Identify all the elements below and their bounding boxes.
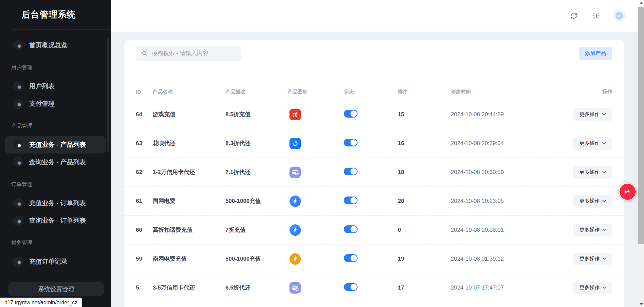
product-name: 3-5万信用卡代还	[153, 284, 225, 292]
table-row: 64 游戏充值 8.5折充值 15 2024-10-08 20:44:59 更多…	[124, 100, 624, 129]
created-time: 2024-10-08 20:08:01	[451, 227, 551, 233]
section-label-finance: 财务管理	[5, 239, 106, 246]
more-actions-label: 更多操作	[580, 256, 600, 262]
sort-value: 17	[398, 284, 451, 291]
row-id: 61	[136, 198, 153, 205]
status-toggle[interactable]	[344, 283, 358, 291]
sidebar-item-payments[interactable]: 支付管理	[5, 95, 106, 113]
credit-card-icon	[289, 167, 301, 178]
col-actions: 操作	[551, 89, 612, 95]
product-name: 高折扣话费充值	[153, 226, 225, 234]
row-id: 60	[136, 227, 153, 233]
status-toggle[interactable]	[344, 196, 358, 204]
scroll-down-arrow[interactable]	[638, 301, 644, 307]
status-toggle[interactable]	[344, 254, 358, 262]
col-status: 状态	[344, 89, 398, 95]
status-toggle[interactable]	[344, 139, 358, 146]
col-created: 创建时间	[451, 89, 551, 95]
sidebar-item-recharge-products[interactable]: 充值业务 - 产品列表	[5, 136, 106, 154]
product-name: 花呗代还	[153, 139, 225, 147]
col-desc: 产品描述	[225, 89, 287, 95]
sidebar-item-recharge-records[interactable]: 充值订单记录	[5, 253, 106, 270]
refresh-icon[interactable]	[569, 11, 579, 20]
table-row: 61 国网电费 500-1000充值 20 2024-10-08 20:23:0…	[124, 187, 624, 216]
product-desc: 6.5折代还	[225, 284, 287, 292]
theme-toggle-icon[interactable]	[591, 11, 601, 20]
more-actions-button[interactable]: 更多操作	[573, 224, 612, 236]
search-input[interactable]	[152, 50, 236, 57]
sort-value: 18	[398, 169, 451, 176]
created-time: 2024-10-08 01:39:12	[451, 256, 551, 262]
system-settings-button[interactable]: 系统设置管理	[8, 282, 104, 296]
disc-icon	[13, 216, 23, 226]
sort-value: 15	[398, 111, 451, 118]
sidebar-item-user-list[interactable]: 用户列表	[5, 78, 106, 95]
more-actions-button[interactable]: 更多操作	[573, 108, 612, 121]
credit-card-icon	[289, 282, 301, 294]
disc-icon	[13, 198, 23, 208]
section-label-orders: 订单管理	[5, 181, 106, 188]
check-icon: ✓	[615, 12, 623, 19]
more-actions-button[interactable]: 更多操作	[573, 195, 612, 208]
floating-logo-button[interactable]	[619, 183, 636, 201]
created-time: 2024-10-08 20:23:05	[451, 198, 551, 205]
add-product-button[interactable]: 添加产品	[579, 47, 612, 60]
more-actions-label: 更多操作	[580, 140, 600, 146]
status-toggle[interactable]	[344, 110, 358, 118]
scrollbar-thumb[interactable]	[638, 7, 644, 244]
chevron-down-icon	[602, 171, 606, 173]
more-actions-button[interactable]: 更多操作	[573, 281, 612, 294]
created-time: 2024-10-08 20:44:59	[451, 111, 551, 118]
sidebar-scrollbar-thumb[interactable]	[107, 38, 109, 152]
sidebar-item-label: 用户列表	[29, 82, 55, 91]
sort-value: 20	[398, 198, 451, 205]
col-name: 产品名称	[153, 89, 225, 95]
status-toggle[interactable]	[344, 225, 358, 233]
sort-value: 19	[398, 256, 451, 262]
sidebar-item-label: 充值业务 - 产品列表	[29, 140, 86, 149]
huabei-icon	[289, 138, 301, 149]
created-time: 2024-10-08 20:39:04	[451, 140, 551, 147]
scroll-up-arrow[interactable]	[638, 0, 644, 6]
section-label-users: 用户管理	[5, 64, 106, 71]
sidebar-item-query-orders[interactable]: 查询业务 - 订单列表	[5, 212, 106, 229]
sort-value: 16	[398, 140, 451, 147]
statusbar-url: b17.tgymw.net/admin/order_cz	[0, 298, 82, 307]
sidebar-item-label: 查询业务 - 产品列表	[29, 158, 86, 167]
created-time: 2024-10-07 17:47:07	[451, 284, 551, 291]
product-name: 国网电费	[153, 197, 225, 205]
sidebar-item-dashboard[interactable]: 首页概况总览	[5, 37, 106, 54]
product-name: 1-2万信用卡代还	[153, 168, 225, 176]
sidebar-item-query-products[interactable]: 查询业务 - 产品列表	[5, 154, 106, 171]
table-row: 59 南网电费充值 500-1000充值 19 2024-10-08 01:39…	[124, 245, 624, 273]
music-note-icon	[289, 109, 301, 120]
disc-icon	[13, 157, 23, 167]
row-id: 62	[136, 169, 153, 176]
sidebar-item-label: 支付管理	[29, 99, 55, 108]
disc-icon	[13, 140, 23, 150]
chevron-down-icon	[602, 287, 606, 289]
top-header: ✓	[111, 0, 638, 32]
section-label-products: 产品管理	[5, 123, 106, 129]
chevron-down-icon	[602, 200, 606, 202]
status-toggle[interactable]	[344, 168, 358, 175]
sidebar: 后台管理系统 首页概况总览 用户管理 用户列表 支付管理 产品管理 充值业务 -…	[0, 0, 111, 307]
more-actions-button[interactable]: 更多操作	[573, 166, 612, 179]
more-actions-label: 更多操作	[580, 227, 600, 233]
more-actions-label: 更多操作	[580, 284, 600, 291]
chevron-down-icon	[602, 142, 606, 144]
app-title: 后台管理系统	[0, 0, 111, 20]
more-actions-button[interactable]: 更多操作	[573, 137, 612, 150]
disc-icon	[13, 99, 23, 109]
product-name: 游戏充值	[153, 111, 225, 118]
sidebar-item-recharge-orders[interactable]: 充值业务 - 订单列表	[5, 194, 106, 212]
table-row: 60 高折扣话费充值 7折充值 0 2024-10-08 20:08:01 更多…	[124, 216, 624, 245]
sidebar-item-label: 充值业务 - 订单列表	[29, 199, 86, 208]
more-actions-button[interactable]: 更多操作	[573, 253, 612, 265]
user-avatar[interactable]: ✓	[613, 10, 625, 21]
bolt-blue-icon	[289, 195, 301, 207]
row-id: 63	[136, 140, 153, 147]
sidebar-nav: 首页概况总览 用户管理 用户列表 支付管理 产品管理 充值业务 - 产品列表 查…	[0, 37, 111, 270]
product-desc: 500-1000充值	[225, 255, 287, 263]
logo-wave-icon	[623, 187, 632, 196]
